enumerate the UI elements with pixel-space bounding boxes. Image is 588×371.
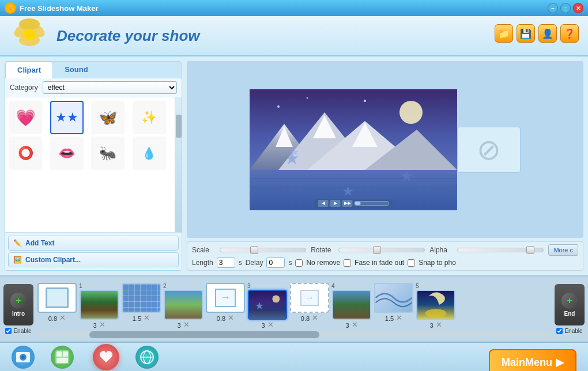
more-button[interactable]: More c [548, 244, 578, 256]
nav-item-template[interactable]: Template [46, 346, 78, 371]
title-bar-left: 🌼 Free Slideshow Maker [5, 2, 99, 14]
list-item[interactable]: → 0.8 ✕ [205, 283, 246, 322]
snap-label: Snap to pho [419, 259, 456, 267]
add-text-button[interactable]: ✏️ Add Text [8, 236, 179, 251]
list-item[interactable]: 1.5 ✕ [374, 283, 414, 322]
clipart-butterfly[interactable]: 🦋 [91, 101, 125, 134]
remove-2[interactable]: ✕ [183, 321, 190, 328]
custom-clipart-button[interactable]: 🖼️ Custom Clipart... [8, 252, 179, 267]
header-title: Decorate your show [56, 27, 200, 45]
rotate-slider-thumb[interactable] [373, 246, 381, 254]
list-item[interactable]: 3 ★ 3 ✕ [247, 283, 288, 329]
clipart-grid: 💗 ★★ 🦋 ✨ ⭕ 👄 🐜 [5, 97, 175, 232]
svg-text:★: ★ [290, 146, 299, 158]
bug-icon: 🐜 [99, 145, 116, 161]
alpha-slider-thumb[interactable] [526, 246, 534, 254]
timeline: + Intro Enable 0.8 ✕ 1 [0, 275, 588, 342]
drops-icon: 💧 [142, 146, 156, 160]
snap-checkbox[interactable] [408, 259, 415, 267]
clipart-lips[interactable]: 👄 [50, 137, 84, 170]
photo-nav-icon [12, 346, 35, 369]
nav-item-decorate[interactable]: Decorate [90, 346, 122, 371]
category-row: Category effect border shape [5, 78, 182, 97]
prev-button[interactable]: ◀ [318, 200, 329, 207]
list-item[interactable]: 0.8 ✕ [37, 283, 77, 322]
length-input[interactable] [217, 258, 235, 268]
remove-5[interactable]: ✕ [436, 321, 442, 328]
clipart-bug[interactable]: 🐜 [91, 137, 125, 170]
tab-sound[interactable]: Sound [53, 62, 99, 78]
scale-control: Scale Rotate Alpha More c [192, 244, 578, 256]
list-item[interactable]: 1 3 ✕ [79, 283, 119, 329]
svg-rect-32 [63, 351, 68, 357]
play-button[interactable]: ▶ [330, 200, 341, 207]
save-button[interactable]: 💾 [517, 24, 535, 43]
list-item[interactable]: 1.5 ✕ [121, 283, 161, 322]
remove-1[interactable]: ✕ [99, 321, 105, 328]
list-item[interactable]: 4 3 ✕ [331, 283, 372, 329]
length-unit: s [239, 259, 242, 267]
clipart-heart[interactable]: 💗 [9, 101, 42, 134]
minimize-button[interactable]: – [548, 3, 558, 13]
end-enable-checkbox[interactable] [556, 328, 563, 334]
item-num-5: 5 [416, 283, 419, 289]
clipart-sparkle[interactable]: ✨ [133, 101, 166, 134]
remove-wave[interactable]: ✕ [396, 314, 402, 321]
butterfly-icon: 🦋 [99, 109, 117, 127]
publish-nav-icon [135, 346, 159, 369]
user-button[interactable]: 👤 [538, 24, 557, 43]
remove-3[interactable]: ✕ [267, 321, 274, 328]
end-section: + End Enable [555, 284, 585, 334]
clipart-rings[interactable]: ⭕ [9, 137, 42, 170]
bottom-nav: Photo Template Decorate [0, 342, 588, 371]
timeline-thumb-frame2: → [206, 283, 245, 313]
main-menu-arrow-icon: ▶ [556, 356, 564, 369]
timeline-scrollbar[interactable] [38, 331, 550, 338]
end-enable-label: Enable [564, 328, 582, 334]
help-button[interactable]: ❓ [560, 24, 579, 43]
end-enable: Enable [556, 328, 582, 334]
svg-rect-31 [56, 351, 62, 357]
folder-button[interactable]: 📁 [495, 24, 513, 43]
remove-frame2[interactable]: ✕ [228, 314, 234, 321]
intro-enable-checkbox[interactable] [5, 328, 12, 334]
timeline-items-row: 0.8 ✕ 1 3 ✕ 1.5 ✕ [36, 281, 552, 331]
timeline-thumb-grid [122, 283, 161, 313]
list-item[interactable]: 2 3 ✕ [163, 283, 203, 329]
maximize-button[interactable]: □ [560, 3, 571, 13]
duration-5: 3 [429, 322, 433, 329]
main-menu-button[interactable]: MainMenu ▶ [489, 349, 576, 371]
close-button[interactable]: ✕ [573, 3, 583, 13]
intro-button[interactable]: + Intro [3, 284, 33, 325]
remove-4[interactable]: ✕ [352, 321, 358, 328]
nav-item-publish[interactable]: Publish [134, 346, 161, 371]
remove-grid[interactable]: ✕ [144, 314, 150, 321]
svg-point-25 [272, 295, 280, 302]
next-button[interactable]: ▶▶ [342, 200, 353, 207]
svg-point-9 [364, 100, 366, 102]
title-bar: 🌼 Free Slideshow Maker – □ ✕ [0, 0, 588, 16]
lips-icon: 👄 [58, 145, 76, 161]
end-button[interactable]: + End [555, 284, 585, 325]
duration-grid: 1.5 [133, 315, 141, 322]
nav-item-photo[interactable]: Photo [12, 346, 35, 371]
duration-2: 3 [177, 322, 180, 329]
timeline-thumb-2 [164, 290, 203, 320]
no-remove-checkbox[interactable] [295, 259, 303, 267]
item-num-4: 4 [331, 283, 335, 289]
scale-slider-thumb[interactable] [250, 246, 258, 254]
svg-point-6 [399, 101, 423, 124]
remove-0[interactable]: ✕ [59, 314, 66, 321]
clipart-stars[interactable]: ★★ [50, 101, 84, 134]
remove-blank[interactable]: ✕ [312, 314, 318, 321]
tab-clipart[interactable]: Clipart [5, 62, 53, 78]
fade-checkbox[interactable] [344, 259, 351, 267]
clipart-drops[interactable]: 💧 [133, 137, 166, 170]
category-select[interactable]: effect border shape [43, 81, 177, 94]
panel-buttons: ✏️ Add Text 🖼️ Custom Clipart... [5, 232, 182, 270]
app-icon: 🌼 [5, 2, 16, 14]
no-preview-icon: ⊘ [477, 133, 501, 166]
list-item[interactable]: → 0.8 ✕ [289, 283, 330, 322]
list-item[interactable]: 5 3 ✕ [416, 283, 456, 329]
delay-input[interactable] [266, 258, 285, 268]
